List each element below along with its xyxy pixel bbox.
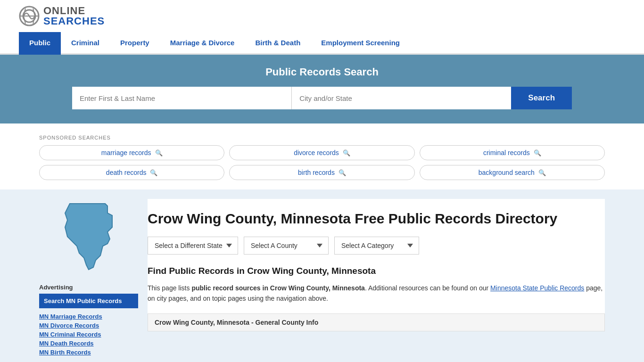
nav-item-employment[interactable]: Employment Screening bbox=[311, 32, 410, 55]
name-input[interactable] bbox=[72, 87, 292, 109]
logo-text: ONLINE SEARCHES bbox=[43, 6, 105, 26]
page-top: Crow Wing County, Minnesota Free Public … bbox=[148, 199, 605, 331]
main-content: Advertising Search MN Public Records MN … bbox=[30, 189, 614, 358]
general-info-bar: Crow Wing County, Minnesota - General Co… bbox=[148, 313, 605, 331]
tag-death[interactable]: death records 🔍 bbox=[39, 165, 224, 180]
category-dropdown[interactable]: Select A Category bbox=[334, 237, 419, 255]
tag-marriage-label: marriage records bbox=[101, 149, 151, 156]
tag-birth-label: birth records bbox=[298, 169, 335, 176]
search-icon-marriage: 🔍 bbox=[155, 149, 163, 156]
page-title: Crow Wing County, Minnesota Free Public … bbox=[148, 210, 557, 227]
nav-item-birth-death[interactable]: Birth & Death bbox=[245, 32, 311, 55]
nav-item-criminal[interactable]: Criminal bbox=[61, 32, 110, 55]
tag-divorce[interactable]: divorce records 🔍 bbox=[229, 145, 414, 160]
find-records-title: Find Public Records in Crow Wing County,… bbox=[148, 266, 605, 276]
tag-birth[interactable]: birth records 🔍 bbox=[229, 165, 414, 180]
state-map-icon bbox=[58, 199, 119, 274]
tag-death-label: death records bbox=[106, 169, 147, 176]
search-icon-background: 🔍 bbox=[538, 169, 546, 176]
search-icon-criminal: 🔍 bbox=[534, 149, 541, 156]
tag-criminal-label: criminal records bbox=[483, 149, 530, 156]
search-banner: Public Records Search Search bbox=[0, 55, 644, 123]
nav-item-public[interactable]: Public bbox=[19, 32, 61, 55]
ad-box[interactable]: Search MN Public Records bbox=[39, 294, 138, 308]
sponsored-label: SPONSORED SEARCHES bbox=[39, 135, 605, 140]
tag-marriage[interactable]: marriage records 🔍 bbox=[39, 145, 224, 160]
advertising-label: Advertising bbox=[39, 284, 138, 291]
nav-item-marriage-divorce[interactable]: Marriage & Divorce bbox=[160, 32, 245, 55]
sidebar: Advertising Search MN Public Records MN … bbox=[39, 199, 138, 358]
site-header: ONLINE SEARCHES bbox=[0, 0, 644, 32]
sidebar-link-divorce[interactable]: MN Divorce Records bbox=[39, 322, 138, 329]
description-text: This page lists public record sources in… bbox=[148, 283, 605, 304]
tag-divorce-label: divorce records bbox=[294, 149, 339, 156]
search-icon-death: 🔍 bbox=[150, 169, 157, 176]
search-tags: marriage records 🔍 divorce records 🔍 cri… bbox=[39, 145, 605, 180]
directory-header: Crow Wing County, Minnesota Free Public … bbox=[148, 199, 605, 237]
location-input[interactable] bbox=[292, 87, 511, 109]
sidebar-link-marriage[interactable]: MN Marriage Records bbox=[39, 313, 138, 320]
logo-icon bbox=[19, 6, 40, 26]
nav-item-property[interactable]: Property bbox=[110, 32, 160, 55]
description-bold: public record sources in Crow Wing Count… bbox=[191, 284, 365, 292]
tag-criminal[interactable]: criminal records 🔍 bbox=[420, 145, 605, 160]
sponsored-section: SPONSORED SEARCHES marriage records 🔍 di… bbox=[0, 123, 644, 189]
tag-background-label: background search bbox=[479, 169, 535, 176]
main-nav: Public Criminal Property Marriage & Divo… bbox=[0, 32, 644, 55]
mn-records-link[interactable]: Minnesota State Public Records bbox=[490, 284, 584, 292]
search-icon-birth: 🔍 bbox=[339, 169, 346, 176]
logo-searches: SEARCHES bbox=[43, 16, 105, 26]
search-icon-divorce: 🔍 bbox=[343, 149, 350, 156]
main-area: Crow Wing County, Minnesota Free Public … bbox=[148, 199, 605, 358]
county-dropdown[interactable]: Select A County bbox=[244, 237, 329, 255]
sidebar-link-death[interactable]: MN Death Records bbox=[39, 340, 138, 347]
sidebar-link-criminal[interactable]: MN Criminal Records bbox=[39, 331, 138, 338]
search-banner-title: Public Records Search bbox=[19, 66, 625, 78]
logo-online: ONLINE bbox=[43, 6, 105, 16]
logo[interactable]: ONLINE SEARCHES bbox=[19, 6, 105, 26]
dropdown-row: Select a Different State Select A County… bbox=[148, 237, 605, 255]
search-bar: Search bbox=[72, 87, 572, 109]
state-dropdown[interactable]: Select a Different State bbox=[148, 237, 238, 255]
search-button[interactable]: Search bbox=[511, 87, 572, 109]
tag-background[interactable]: background search 🔍 bbox=[420, 165, 605, 180]
sidebar-link-birth[interactable]: MN Birth Records bbox=[39, 349, 138, 356]
